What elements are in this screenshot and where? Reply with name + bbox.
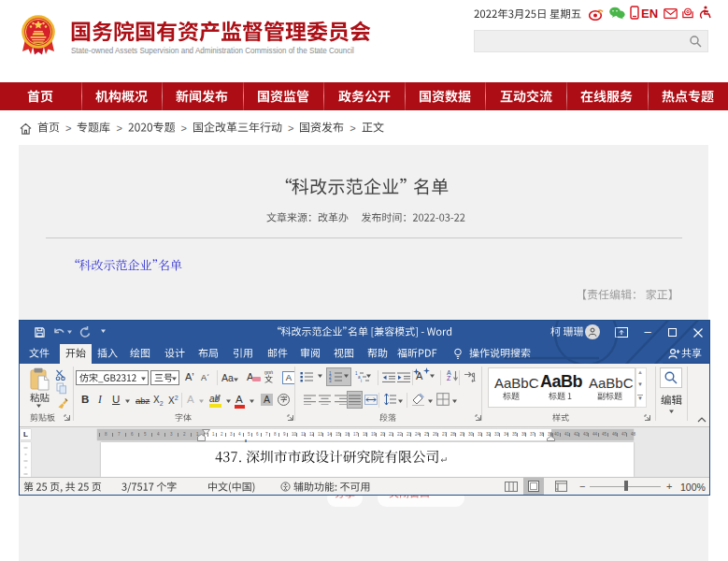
svg-text:3: 3	[329, 379, 332, 382]
svg-text:i: i	[361, 379, 362, 382]
